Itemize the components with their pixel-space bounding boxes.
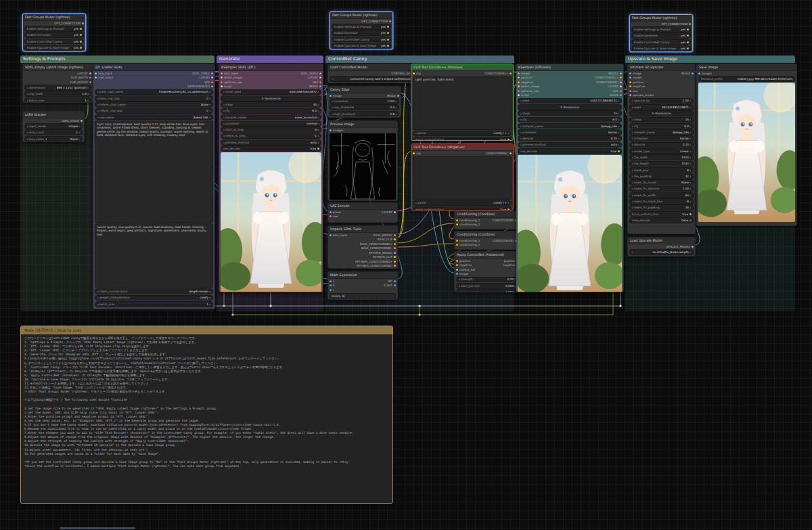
widget-tile_width[interactable]: tile_width1024 [629,154,694,160]
output-slot[interactable]: CONDITIONING [492,219,517,222]
output-connection-dot[interactable] [394,234,396,236]
note-title[interactable]: Note (使用方法 / How to use) [21,326,392,334]
input-slot[interactable]: pixels [330,211,341,214]
widget-Enable ControlNet Canny[interactable]: Enable ControlNet Cannyyes [332,37,391,43]
input-connection-dot[interactable] [456,273,458,275]
output-connection-dot[interactable] [389,20,391,22]
group-title-generate[interactable]: Generate [217,56,323,63]
output-slot[interactable]: BASE_CONDITIONING+ [360,242,396,246]
widget-filename_prefix[interactable]: filename_prefix%date:yyyy-MM-dd%/%date:h… [698,76,795,82]
widget-base_clip_skip[interactable]: base_clip_skip-2 [95,95,213,102]
input-connection-dot[interactable] [330,234,332,236]
input-slot[interactable]: negative [456,263,472,267]
widget-scheduler[interactable]: schedulernormal [221,120,321,127]
output-slot[interactable]: UPSCALE_MODEL [666,245,694,248]
input-connection-dot[interactable] [456,269,458,271]
input-slot[interactable]: c [330,288,334,292]
prompt-textarea[interactable]: min(a, b) [330,293,396,301]
widget-seam_fix_padding[interactable]: seam_fix_padding16 [629,204,694,211]
input-slot[interactable]: conditioning_2 [456,243,480,246]
output-connection-dot[interactable] [394,265,396,267]
widget-strength[interactable]: strength0.20 [456,277,518,283]
widget-preview_method[interactable]: preview_methodauto [518,142,622,148]
widget-Enable Generate[interactable]: Enable Generateyes [332,30,391,36]
node-muter1[interactable]: Fast Groups Muter (rgthree)OPT_CONNECTIO… [22,14,86,51]
widget-base_ckpt_name[interactable]: base_ckpt_nameFlowerMixCherryXL_v1.safet… [95,89,213,95]
widget-token_normalization[interactable]: token_normalizationlength+mean [95,288,213,294]
node-title[interactable]: Load ControlNet Model [328,64,417,71]
output-connection-dot[interactable] [620,76,622,79]
widget-lora_count[interactable]: lora_count1 [24,129,83,135]
node-title[interactable]: KSampler SDXL (Eff.) [219,64,323,71]
group-title-upscale[interactable]: Upscale & Save Image [625,56,795,63]
output-slot[interactable]: IMAGE [309,85,321,88]
input-connection-dot[interactable] [629,81,631,83]
node-title[interactable]: CLIP Text Encode++ (Negative) [411,144,513,151]
output-connection-dot[interactable] [620,72,622,74]
widget-vae_decode[interactable]: vae_decodetrue [518,148,622,154]
widget-↻ Randomize[interactable]: ↻ Randomize [518,104,622,110]
output-slot[interactable]: REFINER_CONDITIONING- [357,264,396,267]
input-connection-dot[interactable] [629,76,631,79]
input-connection-dot[interactable] [518,72,520,74]
node-title[interactable]: Save Image [697,64,796,71]
input-slot[interactable]: image [456,272,468,275]
output-connection-dot[interactable] [620,90,622,92]
output-slot[interactable]: IMAGE [387,94,399,97]
widget-↻ Randomize[interactable]: ↻ Randomize [221,95,321,102]
widget-parser[interactable]: parsercomfy++ [413,200,512,206]
output-connection-dot[interactable] [394,243,396,245]
input-connection-dot[interactable] [330,95,332,97]
node-title[interactable]: VAE Encode [328,203,397,210]
output-connection-dot[interactable] [319,76,321,79]
node-empty_latent[interactable]: SDXL Empty Latent Image (rgthree)LATENTC… [22,64,93,103]
input-slot[interactable]: latent_image [221,76,242,79]
horizontal-scrollbar[interactable] [60,527,135,529]
output-slot[interactable]: VAE [313,81,321,84]
widget-sampler_name[interactable]: sampler_namedpmpp_sde [629,129,694,135]
widget-value[interactable]: 4x-UltraMix_Balanced.pth [629,249,694,255]
output-connection-dot[interactable] [394,238,396,240]
widget-cfg[interactable]: cfg6.0 [629,123,694,129]
input-connection-dot[interactable] [456,240,458,242]
widget-refine_at_step[interactable]: refine_at_step-1 [221,133,321,139]
input-connection-dot[interactable] [413,72,415,74]
input-slot[interactable]: latent_image [518,85,539,88]
widget-Enable Generate[interactable]: Enable Generateyes [631,32,691,39]
output-slot[interactable]: SDXL_TUPLE [192,72,213,75]
input-slot[interactable]: sdxl_tuple [221,72,238,75]
input-slot[interactable]: positive [629,81,644,84]
node-apply_cn[interactable]: Apply ControlNet (Advanced)positiveposit… [454,251,520,292]
input-connection-dot[interactable] [221,76,223,79]
node-title[interactable]: Canny Edge [328,87,401,93]
widget-dimensions[interactable]: dimensions896 x 1152 (portrait) [24,85,91,91]
output-connection-dot[interactable] [394,247,396,249]
widget-Enable Settings & Prompts[interactable]: Enable Settings & Promptsyes [332,24,391,30]
output-slot[interactable]: OPT_CONNECTION [54,22,84,25]
node-lora_stacker[interactable]: LoRA StackerLORA_STACKinput_modesimplelo… [22,111,85,142]
input-connection-dot[interactable] [629,85,631,87]
output-slot[interactable]: CONDITIONING- [596,81,622,84]
output-slot[interactable]: REFINER_CLIP [373,255,396,259]
widget-scheduler[interactable]: schedulerkarras [629,135,694,141]
output-connection-dot[interactable] [89,81,91,83]
node-preview_image[interactable]: Preview Imageimages [328,120,398,201]
output-connection-dot[interactable] [510,152,512,154]
input-slot[interactable]: script [221,85,232,88]
input-slot[interactable]: cnet_stack [95,76,113,79]
output-connection-dot[interactable] [620,94,622,96]
node-title[interactable]: Conditioning (Combine) [455,211,518,218]
widget-batch_size[interactable]: batch_size1 [24,97,91,103]
widget-input_mode[interactable]: input_modesimple [24,123,83,129]
input-slot[interactable]: image [629,72,641,75]
output-connection-dot[interactable] [319,72,321,74]
input-slot[interactable]: sdxl_tuple [330,234,347,237]
input-connection-dot[interactable] [95,76,97,79]
output-connection-dot[interactable] [394,211,396,213]
output-slot[interactable]: CONDITIONING [492,239,517,242]
input-slot[interactable]: positive [518,76,532,79]
input-connection-dot[interactable] [629,90,631,92]
output-slot[interactable]: OPT_CONNECTION [361,20,391,23]
node-title[interactable]: Math Expression [328,272,397,279]
widget-refiner_clip_skip[interactable]: refiner_clip_skip-2 [95,108,213,114]
